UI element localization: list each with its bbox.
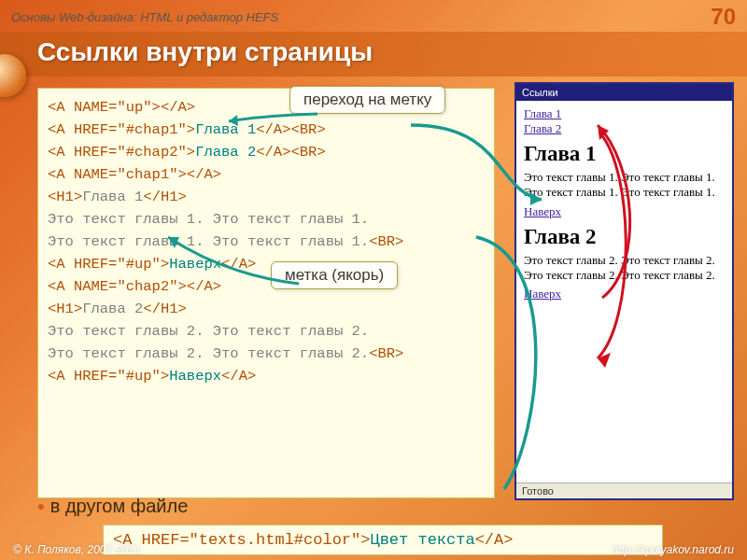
preview-link-up2[interactable]: Наверх (524, 287, 561, 301)
preview-text-chap2: Это текст главы 2. Это текст главы 2. Эт… (524, 253, 725, 284)
callout-goto-anchor: переход на метку (289, 86, 445, 114)
page-number: 70 (711, 4, 736, 30)
preview-text-chap1: Это текст главы 1. Это текст главы 1. Эт… (524, 170, 725, 201)
bullet-other-file: •в другом файле (37, 495, 188, 519)
preview-link-chap2[interactable]: Глава 2 (524, 121, 561, 135)
top-bar: Основы Web-дизайна: HTML и редактор HEFS… (0, 0, 747, 32)
preview-link-chap1[interactable]: Глава 1 (524, 106, 561, 120)
bullet-dot-icon: • (37, 495, 45, 518)
content-area: <A NAME="up"></A> <A HREF="#chap1">Глава… (37, 88, 734, 504)
preview-body: Глава 1 Глава 2 Глава 1 Это текст главы … (516, 101, 732, 305)
slide-title: Ссылки внутри страницы (0, 32, 747, 77)
browser-preview: Ссылки Глава 1 Глава 2 Глава 1 Это текст… (514, 82, 734, 500)
code-block-main: <A NAME="up"></A> <A HREF="#chap1">Глава… (37, 88, 495, 498)
preview-h1-chap2: Глава 2 (524, 225, 725, 249)
preview-statusbar: Готово (516, 483, 732, 498)
footer: © К. Поляков, 2007-2011 http://kpolyakov… (0, 543, 747, 556)
course-title: Основы Web-дизайна: HTML и редактор HEFS (11, 10, 278, 24)
callout-anchor: метка (якорь) (271, 261, 398, 289)
copyright: © К. Поляков, 2007-2011 (13, 543, 141, 556)
preview-h1-chap1: Глава 1 (524, 142, 725, 166)
preview-link-up1[interactable]: Наверх (524, 204, 561, 218)
footer-url: http://kpolyakov.narod.ru (612, 543, 734, 556)
preview-titlebar: Ссылки (516, 84, 732, 101)
